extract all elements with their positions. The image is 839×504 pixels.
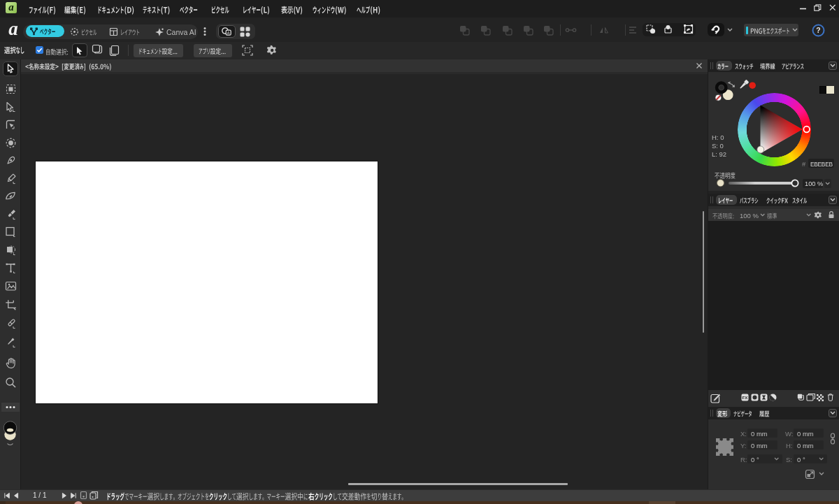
svg-text:FX: FX <box>743 395 749 400</box>
svg-text:?: ? <box>816 26 820 34</box>
svg-text:A: A <box>227 31 230 35</box>
